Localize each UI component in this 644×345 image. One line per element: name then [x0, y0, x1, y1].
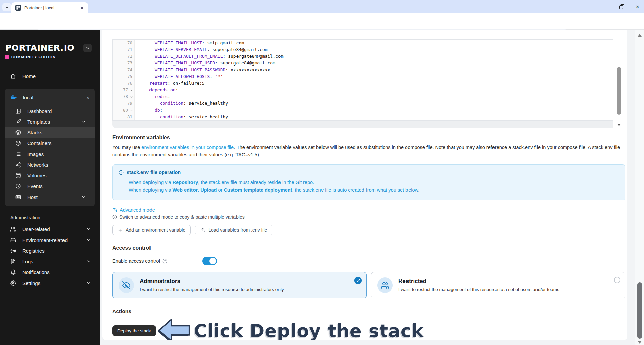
deploy-stack-button[interactable]: Deploy the stack: [112, 325, 156, 336]
environment-panel: local × Dashboard Templates: [5, 89, 95, 206]
sidebar-item[interactable]: Notifications: [0, 267, 100, 277]
editor-scrollbar[interactable]: [613, 39, 625, 128]
restore-icon[interactable]: [620, 5, 624, 9]
access-control-heading: Access control: [112, 245, 625, 251]
sidebar-item[interactable]: Settings: [0, 277, 100, 288]
access-control-card[interactable]: Administrators I want to restrict the ma…: [112, 272, 367, 298]
card-description: I want to restrict the management of thi…: [398, 287, 559, 292]
stackenv-info-box: stack.env file operation When deploying …: [112, 164, 625, 200]
sidebar-item-icon: [10, 237, 16, 243]
sidebar-item-label: Containers: [27, 140, 52, 146]
sidebar-item-icon: [15, 108, 21, 114]
chevrons-left-icon: [85, 46, 90, 50]
chrome-toolbar: Not secure 192.168.1.18:9000/#!/2/docker…: [0, 13, 644, 30]
annotation-text: Click Deploy the stack: [194, 320, 424, 341]
environment-header[interactable]: local ×: [5, 91, 95, 105]
editor-line: 74 WEBLATE_EMAIL_HOST_PASSWORD: xxxxxxxx…: [113, 67, 625, 73]
access-control-toggle[interactable]: [202, 257, 217, 265]
sidebar-item-icon: [10, 259, 16, 264]
selected-check-icon[interactable]: [354, 277, 362, 284]
advanced-mode-link[interactable]: Advanced mode: [112, 207, 625, 213]
sidebar: PORTAINER.IO COMMUNITY EDITION Home loca…: [0, 30, 100, 345]
fold-marker-icon[interactable]: [130, 89, 134, 92]
environment-close-icon[interactable]: ×: [86, 95, 89, 100]
sidebar-item-label: Settings: [22, 280, 40, 286]
help-circle-icon: [162, 259, 167, 264]
web-editor[interactable]: 70 WEBLATE_EMAIL_HOST: smtp.gmail.com 71: [112, 39, 625, 121]
sidebar-item[interactable]: Volumes: [5, 170, 95, 181]
toggle-knob: [209, 258, 216, 264]
inline-link[interactable]: environment variables in your compose fi…: [141, 145, 234, 150]
sidebar-item[interactable]: Events: [5, 181, 95, 191]
tab-list-button[interactable]: [2, 3, 11, 11]
fold-marker-icon[interactable]: [130, 109, 134, 112]
editor-scroll-down-icon[interactable]: [617, 124, 621, 126]
sidebar-item[interactable]: Environment-related: [0, 234, 100, 245]
editor-gutter: 70: [113, 40, 135, 46]
editor-scrollbar-thumb[interactable]: [617, 67, 621, 115]
sidebar-item-icon: [15, 151, 21, 157]
chrome-tabstrip: Portainer | local × ×: [0, 0, 644, 13]
card-title: Administrators: [140, 278, 284, 285]
env-variables-heading: Environment variables: [112, 135, 625, 141]
chevron-down-icon: [86, 238, 91, 242]
close-icon[interactable]: ×: [636, 4, 639, 10]
sidebar-item[interactable]: User-related: [0, 224, 100, 234]
stackenv-info-heading: stack.env file operation: [127, 170, 181, 175]
sidebar-item[interactable]: Images: [5, 148, 95, 159]
enable-access-control-label: Enable access control: [112, 258, 160, 264]
editor-gutter: 80: [113, 107, 135, 114]
browser-window: Portainer | local × × Not secure 192.168…: [0, 0, 644, 345]
sidebar-item[interactable]: Dashboard: [5, 105, 95, 116]
editor-gutter: 75: [113, 73, 135, 80]
stackenv-info-body: When deploying via Repository, the stack…: [129, 179, 619, 194]
sidebar-item-label: Networks: [27, 162, 48, 168]
line-number: 71: [113, 46, 134, 53]
chevron-down-icon: [86, 281, 91, 285]
sidebar-item[interactable]: Stacks: [5, 127, 95, 138]
sidebar-collapse-button[interactable]: [83, 44, 92, 52]
editor-gutter: 79: [113, 100, 135, 107]
sidebar-item[interactable]: Logs: [0, 256, 100, 267]
sidebar-item[interactable]: Templates: [5, 116, 95, 127]
sidebar-item-icon: [15, 173, 21, 178]
scroll-down-icon[interactable]: [638, 341, 642, 344]
sidebar-item[interactable]: Networks: [5, 159, 95, 170]
editor-line: 79 condition: service_healthy: [113, 100, 625, 107]
load-env-file-button[interactable]: Load variables from .env file: [195, 225, 272, 235]
actions-heading: Actions: [112, 308, 625, 314]
access-control-card[interactable]: Restricted I want to restrict the manage…: [371, 272, 625, 298]
sidebar-item[interactable]: Containers: [5, 138, 95, 148]
editor-gutter: 81: [113, 114, 135, 120]
editor-line: 78 redis:: [113, 93, 625, 100]
card-icon-circle: [119, 277, 134, 293]
environment-menu: Dashboard Templates Stacks: [5, 105, 95, 202]
chevron-down-icon: [86, 259, 91, 264]
advanced-mode-label: Advanced mode: [120, 207, 155, 213]
fold-marker-icon[interactable]: [130, 95, 134, 98]
sidebar-item-icon: [15, 140, 21, 146]
radio-unselected[interactable]: [614, 277, 620, 283]
tab-close-icon[interactable]: ×: [79, 5, 85, 11]
sidebar-item-icon: [15, 130, 21, 135]
sidebar-item-home[interactable]: Home: [0, 71, 100, 81]
line-number: 70: [113, 40, 134, 46]
sidebar-item-label: Host: [27, 194, 38, 200]
page-scrollbar[interactable]: [635, 30, 644, 345]
editor-line: 70 WEBLATE_EMAIL_HOST: smtp.gmail.com: [113, 40, 625, 46]
sidebar-item[interactable]: Registries: [0, 245, 100, 256]
sidebar-item[interactable]: Host: [5, 191, 95, 202]
editor-line: 80 db:: [113, 107, 625, 114]
minimize-icon[interactable]: [603, 7, 608, 7]
sidebar-item-icon: [10, 280, 16, 286]
scroll-up-icon[interactable]: [638, 34, 642, 37]
add-env-variable-button[interactable]: Add an environment variable: [112, 225, 191, 235]
sidebar-item-icon: [15, 194, 21, 200]
editor-gutter: 76: [113, 80, 135, 87]
sidebar-item-icon: [10, 226, 16, 232]
tab-title: Portainer | local: [24, 5, 79, 10]
plus-icon: [118, 228, 123, 233]
browser-tab[interactable]: Portainer | local ×: [11, 2, 88, 13]
sidebar-item-icon: [15, 162, 21, 168]
page-scrollbar-thumb[interactable]: [637, 282, 642, 339]
